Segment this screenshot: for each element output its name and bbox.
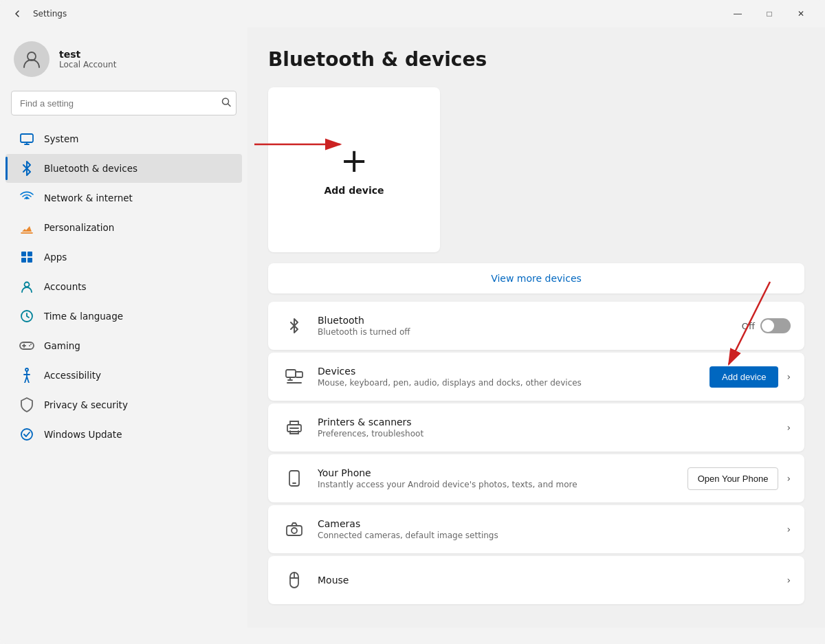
sidebar-label-accessibility: Accessibility [44, 370, 101, 381]
setting-icon-devices [282, 364, 307, 389]
svg-rect-14 [286, 370, 296, 377]
setting-text-bluetooth: Bluetooth Bluetooth is turned off [318, 315, 731, 337]
toggle-container-bluetooth: Off [742, 318, 791, 333]
setting-row-bluetooth[interactable]: Bluetooth Bluetooth is turned off Off [268, 302, 804, 350]
svg-point-20 [292, 528, 297, 533]
sidebar-item-accessibility[interactable]: Accessibility [6, 361, 242, 390]
search-icon[interactable] [221, 98, 231, 109]
svg-point-12 [25, 368, 28, 371]
setting-desc-cameras: Connected cameras, default image setting… [318, 531, 776, 540]
sidebar-nav: System Bluetooth & devices [0, 124, 248, 449]
time-icon [19, 309, 34, 324]
svg-rect-5 [21, 258, 26, 263]
setting-icon-bluetooth [282, 313, 307, 338]
close-button[interactable]: ✕ [785, 3, 817, 25]
bluetooth-toggle[interactable] [760, 318, 791, 333]
add-device-plus-icon: + [340, 144, 368, 177]
sidebar-label-network: Network & internet [44, 192, 133, 203]
privacy-icon [19, 397, 34, 412]
personalization-icon [19, 220, 34, 235]
settings-window: Settings — □ ✕ test Local Account [0, 0, 825, 644]
setting-text-your-phone: Your Phone Instantly access your Android… [318, 467, 676, 489]
sidebar-item-windows-update[interactable]: Windows Update [6, 420, 242, 449]
add-device-card-label: Add device [324, 185, 384, 196]
sidebar-item-personalization[interactable]: Personalization [6, 213, 242, 242]
setting-title-printers: Printers & scanners [318, 417, 776, 428]
sidebar-label-time: Time & language [44, 311, 123, 322]
sidebar-item-network[interactable]: Network & internet [6, 184, 242, 212]
sidebar-label-personalization: Personalization [44, 222, 114, 233]
view-more-text: View more devices [491, 273, 582, 284]
user-info: test Local Account [59, 49, 116, 69]
search-input[interactable] [11, 91, 236, 115]
sidebar-label-system: System [44, 133, 78, 144]
user-profile: test Local Account [0, 27, 248, 88]
main-content: Bluetooth & devices + Add device View mo… [248, 27, 825, 628]
setting-right-printers: › [786, 422, 791, 433]
setting-title-bluetooth: Bluetooth [318, 315, 731, 326]
chevron-devices: › [786, 371, 791, 382]
setting-text-mouse: Mouse [318, 575, 776, 586]
toggle-label-bluetooth: Off [742, 321, 755, 331]
setting-right-mouse: › [786, 575, 791, 586]
setting-row-mouse[interactable]: Mouse › [268, 556, 804, 604]
sidebar-item-system[interactable]: System [6, 124, 242, 153]
setting-title-devices: Devices [318, 366, 698, 377]
sidebar-item-bluetooth[interactable]: Bluetooth & devices [6, 154, 242, 183]
svg-point-7 [25, 282, 30, 287]
sidebar-item-time[interactable]: Time & language [6, 302, 242, 331]
view-more-row[interactable]: View more devices [268, 263, 804, 293]
svg-point-13 [21, 429, 32, 440]
setting-desc-printers: Preferences, troubleshoot [318, 429, 776, 438]
setting-right-cameras: › [786, 524, 791, 535]
main-wrapper: Bluetooth & devices + Add device View mo… [248, 27, 825, 644]
setting-desc-devices: Mouse, keyboard, pen, audio, displays an… [318, 378, 698, 388]
setting-text-printers: Printers & scanners Preferences, trouble… [318, 417, 776, 438]
sidebar-label-apps: Apps [44, 252, 67, 263]
window-controls: — □ ✕ [722, 3, 817, 25]
svg-rect-4 [28, 252, 32, 256]
bluetooth-icon [19, 161, 34, 176]
open-your-phone-button[interactable]: Open Your Phone [688, 467, 779, 490]
setting-row-printers[interactable]: Printers & scanners Preferences, trouble… [268, 403, 804, 452]
sidebar-item-apps[interactable]: Apps [6, 243, 242, 271]
svg-point-11 [30, 344, 32, 345]
user-name: test [59, 49, 116, 60]
add-device-button[interactable]: Add device [710, 366, 778, 388]
setting-icon-printers [282, 415, 307, 440]
add-device-card[interactable]: + Add device [268, 87, 440, 252]
avatar [14, 41, 50, 77]
svg-rect-3 [21, 252, 26, 256]
setting-right-bluetooth: Off [742, 318, 791, 333]
svg-rect-6 [28, 258, 32, 263]
maximize-button[interactable]: □ [754, 3, 785, 25]
content-area: test Local Account [0, 27, 825, 644]
minimize-button[interactable]: — [722, 3, 754, 25]
setting-icon-your-phone [282, 466, 307, 491]
svg-rect-2 [21, 134, 33, 142]
setting-text-cameras: Cameras Connected cameras, default image… [318, 518, 776, 540]
accessibility-icon [19, 368, 34, 383]
setting-desc-your-phone: Instantly access your Android device's p… [318, 480, 676, 489]
chevron-printers: › [786, 422, 791, 433]
sidebar-label-windows-update: Windows Update [44, 429, 122, 440]
sidebar: test Local Account [0, 27, 248, 644]
setting-row-devices[interactable]: Devices Mouse, keyboard, pen, audio, dis… [268, 353, 804, 401]
chevron-mouse: › [786, 575, 791, 586]
setting-row-cameras[interactable]: Cameras Connected cameras, default image… [268, 505, 804, 553]
search-box [11, 91, 236, 115]
svg-rect-16 [287, 382, 302, 384]
back-button[interactable] [8, 4, 28, 23]
setting-icon-mouse [282, 568, 307, 592]
sidebar-item-accounts[interactable]: Accounts [6, 272, 242, 301]
setting-desc-bluetooth: Bluetooth is turned off [318, 327, 731, 337]
chevron-your-phone: › [786, 473, 791, 484]
setting-row-your-phone[interactable]: Your Phone Instantly access your Android… [268, 454, 804, 502]
sidebar-label-privacy: Privacy & security [44, 399, 128, 410]
system-icon [19, 131, 34, 146]
gaming-icon [19, 338, 34, 353]
setting-title-mouse: Mouse [318, 575, 776, 586]
network-icon [19, 190, 34, 206]
sidebar-item-privacy[interactable]: Privacy & security [6, 390, 242, 419]
sidebar-item-gaming[interactable]: Gaming [6, 331, 242, 360]
